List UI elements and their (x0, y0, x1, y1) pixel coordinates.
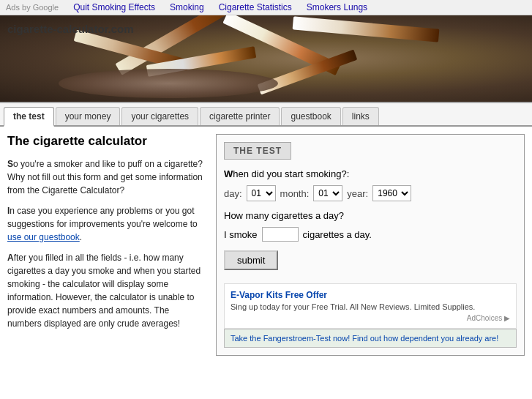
intro-para-3: After you filled in all the fields - i.e… (7, 251, 205, 330)
ad-choices: AdChoices ▶ (231, 314, 510, 322)
para1-bold-letter: S (7, 159, 13, 169)
site-header: cigarette-calculator.com (0, 15, 532, 103)
intro-para-1: So you're a smoker and like to puff on a… (7, 157, 205, 197)
cigarettes-row: I smoke cigarettes a day. (224, 227, 517, 242)
intro-para-2: In case you experience any problems or y… (7, 204, 205, 244)
logo-bold: -calculator.com (53, 23, 134, 35)
tab-cigarette-printer[interactable]: cigarette printer (200, 107, 280, 125)
ad-link-lungs[interactable]: Smokers Lungs (307, 2, 367, 12)
bottom-ad: E-Vapor Kits Free Offer Sing up today fo… (224, 283, 517, 329)
question1-bold: W (224, 168, 233, 179)
question-cigarettes: How many cigarettes a day? (224, 210, 517, 221)
day-label: day: (224, 188, 242, 199)
right-column: THE TEST When did you start smoking?: da… (216, 134, 525, 356)
logo-text: cigarette (7, 23, 53, 35)
smoke-prefix: I smoke (224, 229, 258, 240)
cigarettes-input[interactable] (262, 227, 299, 242)
bottom-link-bar: Take the Fangerstroem-Test now! Find out… (224, 329, 517, 348)
question-start-smoking: When did you start smoking?: (224, 168, 517, 179)
tab-your-money[interactable]: your money (56, 107, 121, 125)
main-content: The cigarette calculator So you're a smo… (0, 127, 532, 363)
date-row: day: 01020304050607080910111213141516171… (224, 185, 517, 201)
left-column: The cigarette calculator So you're a smo… (7, 134, 205, 356)
page-title: The cigarette calculator (7, 134, 205, 149)
submit-button[interactable]: submit (224, 250, 278, 270)
ads-by-google-label: Ads by Google (6, 3, 59, 12)
tab-guestbook[interactable]: guestbook (281, 107, 340, 125)
ad-link-statistics[interactable]: Cigarette Statistics (219, 2, 292, 12)
month-select[interactable]: 010203040506070809101112 (313, 185, 342, 201)
nav-tabs: the test your money your cigarettes ciga… (0, 103, 532, 127)
tab-your-cigarettes[interactable]: your cigarettes (121, 107, 198, 125)
ad-title[interactable]: E-Vapor Kits Free Offer (231, 290, 510, 300)
year-select[interactable]: 1940194519501955196019651970197519801985… (372, 185, 411, 201)
tab-links[interactable]: links (342, 107, 379, 125)
the-test-label: THE TEST (224, 142, 291, 160)
para3-bold-letter: A (7, 253, 14, 263)
guestbook-link[interactable]: use our guestbook (7, 232, 80, 242)
day-select[interactable]: 0102030405060708091011121314151617181920… (247, 185, 276, 201)
smoke-suffix: cigarettes a day. (303, 229, 372, 240)
tab-the-test[interactable]: the test (4, 107, 54, 127)
year-label: year: (347, 188, 368, 199)
ad-bar: Ads by Google Quit Smoking Effects Smoki… (0, 0, 532, 15)
ad-desc: Sing up today for your Free Trial. All N… (231, 302, 475, 311)
fanger-test-link[interactable]: Take the Fangerstroem-Test now! Find out… (231, 334, 498, 343)
ad-link-quit-smoking[interactable]: Quit Smoking Effects (73, 2, 155, 12)
site-logo: cigarette-calculator.com (7, 23, 134, 35)
ad-link-smoking[interactable]: Smoking (170, 2, 204, 12)
month-label: month: (280, 188, 310, 199)
